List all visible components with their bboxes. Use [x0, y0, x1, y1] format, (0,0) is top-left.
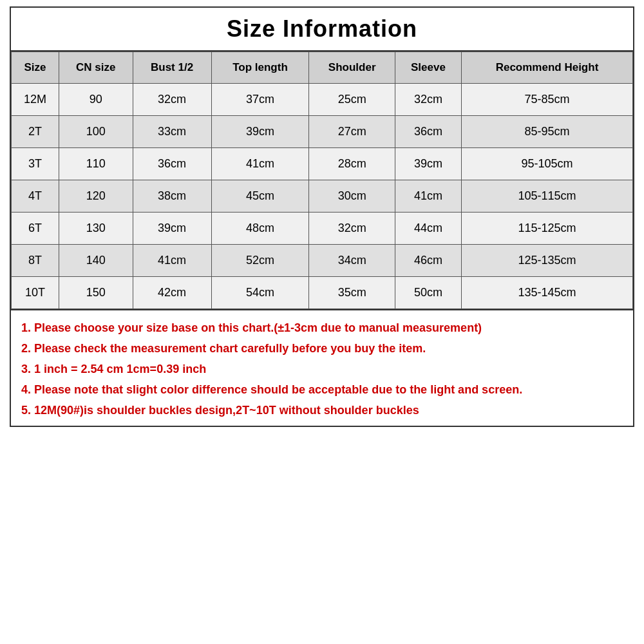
cell-4-0: 6T	[12, 213, 59, 245]
cell-4-6: 115-125cm	[461, 213, 632, 245]
table-body: 12M9032cm37cm25cm32cm75-85cm2T10033cm39c…	[12, 84, 633, 309]
cell-2-2: 36cm	[133, 148, 211, 180]
cell-1-1: 100	[59, 116, 133, 148]
cell-5-4: 34cm	[309, 245, 395, 277]
page-title: Size Information	[11, 15, 633, 43]
cell-2-1: 110	[59, 148, 133, 180]
cell-3-3: 45cm	[211, 180, 309, 213]
notes-section: 1. Please choose your size base on this …	[10, 310, 634, 427]
cell-4-3: 48cm	[211, 213, 309, 245]
size-table-wrapper: SizeCN sizeBust 1/2Top lengthShoulderSle…	[10, 50, 634, 310]
cell-6-4: 35cm	[309, 277, 395, 309]
header-cell-5: Sleeve	[395, 52, 461, 84]
table-row: 2T10033cm39cm27cm36cm85-95cm	[12, 116, 633, 148]
cell-0-5: 32cm	[395, 84, 461, 116]
cell-1-2: 33cm	[133, 116, 211, 148]
cell-0-0: 12M	[12, 84, 59, 116]
header-row: SizeCN sizeBust 1/2Top lengthShoulderSle…	[12, 52, 633, 84]
cell-0-3: 37cm	[211, 84, 309, 116]
cell-2-6: 95-105cm	[461, 148, 632, 180]
cell-3-5: 41cm	[395, 180, 461, 213]
cell-5-2: 41cm	[133, 245, 211, 277]
cell-2-0: 3T	[12, 148, 59, 180]
cell-1-4: 27cm	[309, 116, 395, 148]
note-5: 5. 12M(90#)is shoulder buckles design,2T…	[21, 402, 623, 420]
table-row: 6T13039cm48cm32cm44cm115-125cm	[12, 213, 633, 245]
size-table: SizeCN sizeBust 1/2Top lengthShoulderSle…	[11, 52, 633, 309]
cell-1-5: 36cm	[395, 116, 461, 148]
cell-6-1: 150	[59, 277, 133, 309]
cell-6-0: 10T	[12, 277, 59, 309]
cell-5-1: 140	[59, 245, 133, 277]
table-row: 3T11036cm41cm28cm39cm95-105cm	[12, 148, 633, 180]
cell-3-0: 4T	[12, 180, 59, 213]
cell-3-6: 105-115cm	[461, 180, 632, 213]
table-row: 10T15042cm54cm35cm50cm135-145cm	[12, 277, 633, 309]
cell-0-1: 90	[59, 84, 133, 116]
cell-5-6: 125-135cm	[461, 245, 632, 277]
cell-0-6: 75-85cm	[461, 84, 632, 116]
table-row: 4T12038cm45cm30cm41cm105-115cm	[12, 180, 633, 213]
cell-5-0: 8T	[12, 245, 59, 277]
cell-1-3: 39cm	[211, 116, 309, 148]
title-section: Size Information	[10, 6, 634, 50]
cell-4-4: 32cm	[309, 213, 395, 245]
table-row: 8T14041cm52cm34cm46cm125-135cm	[12, 245, 633, 277]
cell-0-4: 25cm	[309, 84, 395, 116]
cell-3-4: 30cm	[309, 180, 395, 213]
cell-6-5: 50cm	[395, 277, 461, 309]
header-cell-2: Bust 1/2	[133, 52, 211, 84]
header-cell-4: Shoulder	[309, 52, 395, 84]
note-3: 3. 1 inch = 2.54 cm 1cm=0.39 inch	[21, 361, 623, 379]
header-cell-3: Top length	[211, 52, 309, 84]
cell-4-5: 44cm	[395, 213, 461, 245]
cell-2-4: 28cm	[309, 148, 395, 180]
cell-0-2: 32cm	[133, 84, 211, 116]
cell-2-3: 41cm	[211, 148, 309, 180]
cell-1-6: 85-95cm	[461, 116, 632, 148]
cell-4-2: 39cm	[133, 213, 211, 245]
size-info-page: Size Information SizeCN sizeBust 1/2Top …	[0, 0, 644, 644]
note-1: 1. Please choose your size base on this …	[21, 319, 623, 337]
cell-5-3: 52cm	[211, 245, 309, 277]
cell-3-1: 120	[59, 180, 133, 213]
table-header: SizeCN sizeBust 1/2Top lengthShoulderSle…	[12, 52, 633, 84]
cell-6-3: 54cm	[211, 277, 309, 309]
header-cell-6: Recommend Height	[461, 52, 632, 84]
cell-6-2: 42cm	[133, 277, 211, 309]
table-row: 12M9032cm37cm25cm32cm75-85cm	[12, 84, 633, 116]
note-4: 4. Please note that slight color differe…	[21, 381, 623, 399]
cell-2-5: 39cm	[395, 148, 461, 180]
cell-6-6: 135-145cm	[461, 277, 632, 309]
note-2: 2. Please check the measurement chart ca…	[21, 340, 623, 358]
cell-3-2: 38cm	[133, 180, 211, 213]
cell-4-1: 130	[59, 213, 133, 245]
header-cell-1: CN size	[59, 52, 133, 84]
cell-1-0: 2T	[12, 116, 59, 148]
header-cell-0: Size	[12, 52, 59, 84]
cell-5-5: 46cm	[395, 245, 461, 277]
